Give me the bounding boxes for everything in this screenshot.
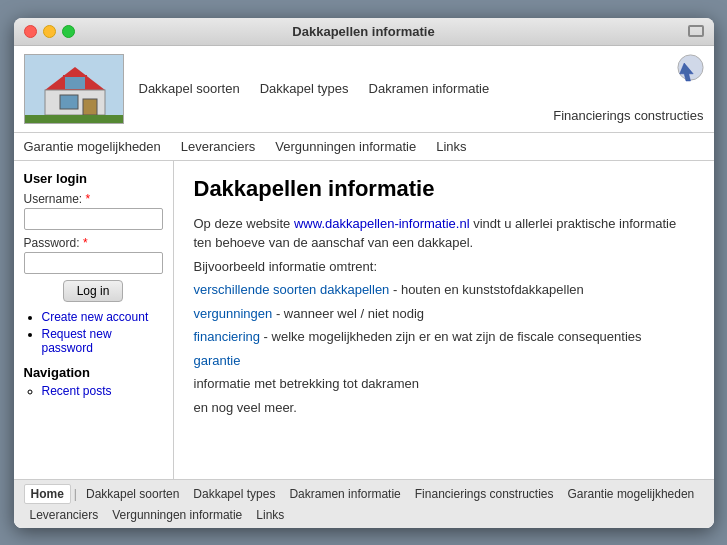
soorten-link[interactable]: verschillende soorten dakkapellen — [194, 282, 390, 297]
nav-dakramen-informatie[interactable]: Dakramen informatie — [369, 81, 490, 96]
recent-posts-item: Recent posts — [42, 384, 163, 398]
top-nav-links: Dakkapel soorten Dakkapel types Dakramen… — [139, 81, 554, 96]
login-button[interactable]: Log in — [63, 280, 123, 302]
list-item-soorten: verschillende soorten dakkapellen - hout… — [194, 280, 694, 300]
content-paragraph-1: Op deze website www.dakkapellen-informat… — [194, 214, 694, 253]
nav-links[interactable]: Links — [436, 139, 466, 154]
secondary-navigation: Garantie mogelijkheden Leveranciers Verg… — [14, 133, 714, 161]
title-bar: Dakkapellen informatie — [14, 18, 714, 46]
nav-leveranciers[interactable]: Leveranciers — [181, 139, 255, 154]
nav-dakkapel-soorten[interactable]: Dakkapel soorten — [139, 81, 240, 96]
svg-rect-6 — [83, 99, 97, 115]
username-label: Username: * — [24, 192, 163, 206]
vergunningen-link[interactable]: vergunningen — [194, 306, 273, 321]
navigation-section-title: Navigation — [24, 365, 163, 380]
svg-point-8 — [677, 55, 702, 80]
close-button[interactable] — [24, 25, 37, 38]
bottom-nav-dakramen[interactable]: Dakramen informatie — [283, 485, 406, 503]
password-input[interactable] — [24, 252, 163, 274]
bottom-nav-home[interactable]: Home — [24, 484, 71, 504]
financiering-suffix: - welke mogelijkheden zijn er en wat zij… — [260, 329, 642, 344]
content-paragraph-2: Bijvoorbeeld informatie omtrent: — [194, 257, 694, 277]
sidebar-nav-links: Recent posts — [24, 384, 163, 398]
nav-dakkapel-types[interactable]: Dakkapel types — [260, 81, 349, 96]
create-account-link[interactable]: Create new account — [42, 310, 149, 324]
svg-rect-5 — [60, 95, 78, 109]
bottom-nav-financierings[interactable]: Financierings constructies — [409, 485, 560, 503]
nav-garantie[interactable]: Garantie mogelijkheden — [24, 139, 161, 154]
bottom-nav-vergunningen[interactable]: Vergunningen informatie — [106, 506, 248, 524]
top-navigation: Dakkapel soorten Dakkapel types Dakramen… — [14, 46, 714, 133]
list-item-dakramen: informatie met betrekking tot dakramen — [194, 374, 694, 394]
intro-text-1: Op deze website — [194, 216, 294, 231]
top-right-area: Financierings constructies — [553, 54, 703, 123]
main-area: User login Username: * Password: * Log i… — [14, 161, 714, 479]
username-required: * — [86, 192, 91, 206]
browser-window: Dakkapellen informatie — [14, 18, 714, 528]
bottom-nav-dakkapel-types[interactable]: Dakkapel types — [187, 485, 281, 503]
recent-posts-link[interactable]: Recent posts — [42, 384, 112, 398]
bottom-nav-leveranciers[interactable]: Leveranciers — [24, 506, 105, 524]
bottom-nav-links[interactable]: Links — [250, 506, 290, 524]
list-item-garantie: garantie — [194, 351, 694, 371]
sidebar-account-links: Create new account Request new password — [24, 310, 163, 355]
resize-icon[interactable] — [688, 25, 704, 37]
content-title: Dakkapellen informatie — [194, 176, 694, 202]
minimize-button[interactable] — [43, 25, 56, 38]
login-section-title: User login — [24, 171, 163, 186]
list-item-vergunningen: vergunningen - wanneer wel / niet nodig — [194, 304, 694, 324]
maximize-button[interactable] — [62, 25, 75, 38]
bottom-nav-dakkapel-soorten[interactable]: Dakkapel soorten — [80, 485, 185, 503]
sidebar: User login Username: * Password: * Log i… — [14, 161, 174, 479]
window-title: Dakkapellen informatie — [292, 24, 434, 39]
request-password-item: Request new password — [42, 327, 163, 355]
content-area: Dakkapellen informatie Op deze website w… — [174, 161, 714, 479]
password-required: * — [83, 236, 88, 250]
financiering-link[interactable]: financiering — [194, 329, 261, 344]
svg-rect-7 — [25, 115, 124, 124]
cursor-icon — [659, 54, 704, 99]
list-item-financiering: financiering - welke mogelijkheden zijn … — [194, 327, 694, 347]
window-content: Dakkapel soorten Dakkapel types Dakramen… — [14, 46, 714, 528]
username-input[interactable] — [24, 208, 163, 230]
vergunningen-suffix: - wanneer wel / niet nodig — [272, 306, 424, 321]
garantie-link[interactable]: garantie — [194, 353, 241, 368]
nav-financierings-constructies[interactable]: Financierings constructies — [553, 108, 703, 123]
bottom-nav-garantie[interactable]: Garantie mogelijkheden — [562, 485, 701, 503]
list-item-meer: en nog veel meer. — [194, 398, 694, 418]
traffic-lights — [24, 25, 75, 38]
password-label: Password: * — [24, 236, 163, 250]
nav-vergunningen[interactable]: Vergunningen informatie — [275, 139, 416, 154]
login-form: Username: * Password: * Log in — [24, 192, 163, 302]
bottom-navigation: Home | Dakkapel soorten Dakkapel types D… — [14, 479, 714, 528]
soorten-suffix: - houten en kunststofdakkapellen — [389, 282, 583, 297]
website-link[interactable]: www.dakkapellen-informatie.nl — [294, 216, 470, 231]
request-password-link[interactable]: Request new password — [42, 327, 112, 355]
create-account-item: Create new account — [42, 310, 163, 324]
site-logo — [24, 54, 124, 124]
svg-rect-3 — [65, 77, 85, 89]
